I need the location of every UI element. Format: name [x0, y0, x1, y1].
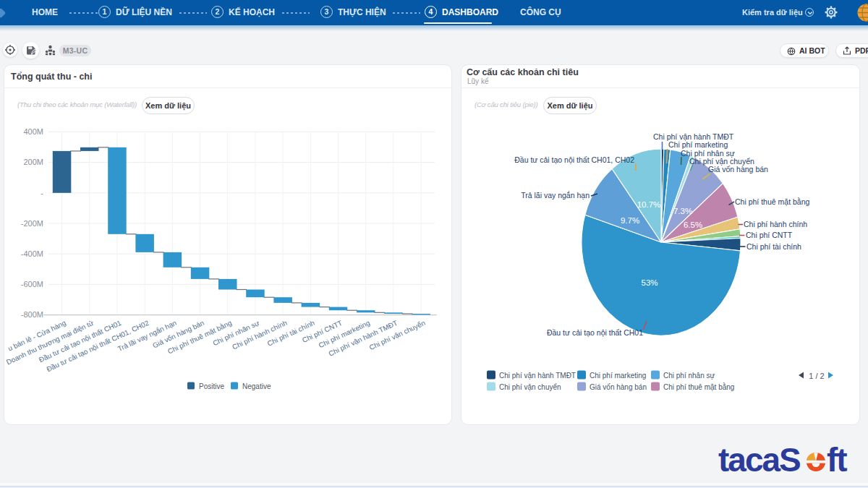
- svg-text:Chi phí vận chuyển: Chi phí vận chuyển: [499, 383, 561, 391]
- svg-text:Chi phí thuê mặt bằng: Chi phí thuê mặt bằng: [663, 382, 734, 391]
- svg-text:10.7%: 10.7%: [637, 200, 661, 209]
- svg-text:Chi phí tài chính: Chi phí tài chính: [746, 242, 801, 251]
- svg-text:7.3%: 7.3%: [673, 207, 692, 215]
- svg-text:Đầu tư cải tạo nội thất CH01,: Đầu tư cải tạo nội thất CH01, CH02: [514, 155, 634, 164]
- svg-text:1 / 2: 1 / 2: [809, 372, 824, 380]
- svg-text:Giá vốn hàng bán: Giá vốn hàng bán: [708, 165, 768, 174]
- svg-text:Chi phí thuê mặt bằng: Chi phí thuê mặt bằng: [735, 197, 809, 206]
- svg-text:-800M: -800M: [21, 310, 43, 319]
- svg-text:-400M: -400M: [21, 249, 43, 258]
- svg-text:Giá vốn hàng bán: Giá vốn hàng bán: [590, 383, 647, 391]
- svg-text:6.5%: 6.5%: [684, 221, 702, 229]
- svg-text:400M: 400M: [23, 127, 43, 136]
- svg-text:Trả lãi vay ngắn hạn: Trả lãi vay ngắn hạn: [521, 191, 590, 200]
- svg-text:200M: 200M: [23, 158, 43, 166]
- svg-text:53%: 53%: [641, 278, 658, 287]
- svg-text:Đầu tư cải tạo nội thất CH01: Đầu tư cải tạo nội thất CH01: [547, 328, 643, 337]
- svg-text:Chi phí vận hành TMĐT: Chi phí vận hành TMĐT: [499, 372, 576, 380]
- svg-text:-: -: [41, 189, 43, 197]
- svg-text:Chi phí marketing: Chi phí marketing: [590, 372, 646, 380]
- svg-text:Chi phí nhân sự: Chi phí nhân sự: [663, 372, 715, 380]
- svg-text:-200M: -200M: [21, 219, 43, 228]
- svg-text:9.7%: 9.7%: [621, 216, 639, 225]
- svg-text:-600M: -600M: [21, 280, 43, 288]
- svg-text:Chi phí hành chính: Chi phí hành chính: [744, 220, 807, 228]
- svg-text:Chi phí CNTT: Chi phí CNTT: [746, 231, 793, 239]
- svg-text:Chi phí nhân sự: Chi phí nhân sự: [681, 149, 735, 158]
- svg-text:Positive: Positive: [199, 382, 224, 390]
- svg-text:Chi phí marketing: Chi phí marketing: [668, 140, 728, 149]
- svg-text:Negative: Negative: [242, 382, 271, 390]
